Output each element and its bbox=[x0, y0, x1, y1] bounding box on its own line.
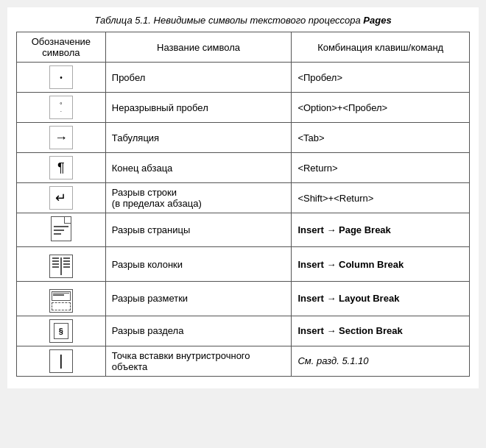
main-table: Обозначение символа Название символа Ком… bbox=[16, 32, 470, 377]
symbol-cell: → bbox=[17, 123, 106, 153]
symbol-name: Разрыв раздела bbox=[105, 316, 292, 346]
table-row: ¶ Конец абзаца <Return> bbox=[17, 153, 470, 183]
symbol-sectionbreak-icon: § bbox=[49, 319, 73, 343]
table-row: ↵ Разрыв строки(в пределах абзаца) <Shif… bbox=[17, 183, 470, 213]
symbol-name: Разрыв страницы bbox=[105, 213, 292, 247]
title-app: Pages bbox=[363, 15, 391, 26]
symbol-combo: <Shift>+<Return> bbox=[292, 183, 470, 213]
symbol-name: Точка вставки внутристрочного объекта bbox=[105, 346, 292, 376]
symbol-nbspace-icon: ° . bbox=[49, 96, 73, 119]
table-header-row: Обозначение символа Название символа Ком… bbox=[17, 32, 470, 63]
symbol-cell: ↵ bbox=[17, 183, 106, 213]
symbol-combo: <Return> bbox=[292, 153, 470, 183]
title-text: Невидимые символы текстового процессора bbox=[154, 15, 364, 26]
table-row: ° . Неразрывный пробел <Option>+<Пробел> bbox=[17, 93, 470, 123]
symbol-name: Конец абзаца bbox=[105, 153, 292, 183]
symbol-combo: См. разд. 5.1.10 bbox=[292, 346, 470, 376]
symbol-pilcrow-icon: ¶ bbox=[49, 156, 73, 179]
symbol-name: Разрыв колонки bbox=[105, 247, 292, 282]
header-col3: Комбинация клавиш/команд bbox=[292, 32, 470, 63]
table-row: § Разрыв раздела Insert → Section Break bbox=[17, 316, 470, 346]
symbol-combo: Insert → Column Break bbox=[292, 247, 470, 282]
symbol-cell: ° . bbox=[17, 93, 106, 123]
symbol-name: Неразрывный пробел bbox=[105, 93, 292, 123]
symbol-linebreak-icon: ↵ bbox=[49, 186, 73, 210]
table-row: • Пробел <Пробел> bbox=[17, 63, 470, 93]
header-col2: Название символа bbox=[105, 32, 292, 63]
symbol-combo: Insert → Page Break bbox=[292, 213, 470, 247]
symbol-tab-icon: → bbox=[49, 126, 73, 149]
symbol-colbreak-icon bbox=[49, 255, 73, 278]
symbol-name: Разрыв строки(в пределах абзаца) bbox=[105, 183, 292, 213]
symbol-inline-icon: | bbox=[49, 349, 73, 373]
symbol-cell: • bbox=[17, 63, 106, 93]
table-row: | Точка вставки внутристрочного объекта … bbox=[17, 346, 470, 376]
page: Таблица 5.1. Невидимые символы текстовог… bbox=[7, 7, 479, 388]
table-row: → Табуляция <Tab> bbox=[17, 123, 470, 153]
symbol-cell bbox=[17, 213, 106, 247]
symbol-cell: | bbox=[17, 346, 106, 376]
symbol-combo: <Пробел> bbox=[292, 63, 470, 93]
title-prefix: Таблица 5.1. bbox=[94, 15, 151, 26]
symbol-cell: § bbox=[17, 316, 106, 346]
symbol-combo: <Tab> bbox=[292, 123, 470, 153]
symbol-pagebreak-icon bbox=[51, 216, 71, 241]
symbol-combo: <Option>+<Пробел> bbox=[292, 93, 470, 123]
symbol-name: Табуляция bbox=[105, 123, 292, 153]
symbol-layoutbreak-icon bbox=[49, 289, 73, 313]
symbol-name: Разрыв разметки bbox=[105, 282, 292, 316]
table-row: Разрыв разметки Insert → Layout Break bbox=[17, 282, 470, 316]
header-col1: Обозначение символа bbox=[17, 32, 106, 63]
symbol-cell bbox=[17, 247, 106, 282]
symbol-combo: Insert → Section Break bbox=[292, 316, 470, 346]
table-title: Таблица 5.1. Невидимые символы текстовог… bbox=[16, 15, 470, 26]
table-row: Разрыв страницы Insert → Page Break bbox=[17, 213, 470, 247]
symbol-space-icon: • bbox=[49, 65, 73, 89]
symbol-combo: Insert → Layout Break bbox=[292, 282, 470, 316]
symbol-name: Пробел bbox=[105, 63, 292, 93]
symbol-cell bbox=[17, 282, 106, 316]
table-row: Разрыв колонки Insert → Column Break bbox=[17, 247, 470, 282]
symbol-cell: ¶ bbox=[17, 153, 106, 183]
